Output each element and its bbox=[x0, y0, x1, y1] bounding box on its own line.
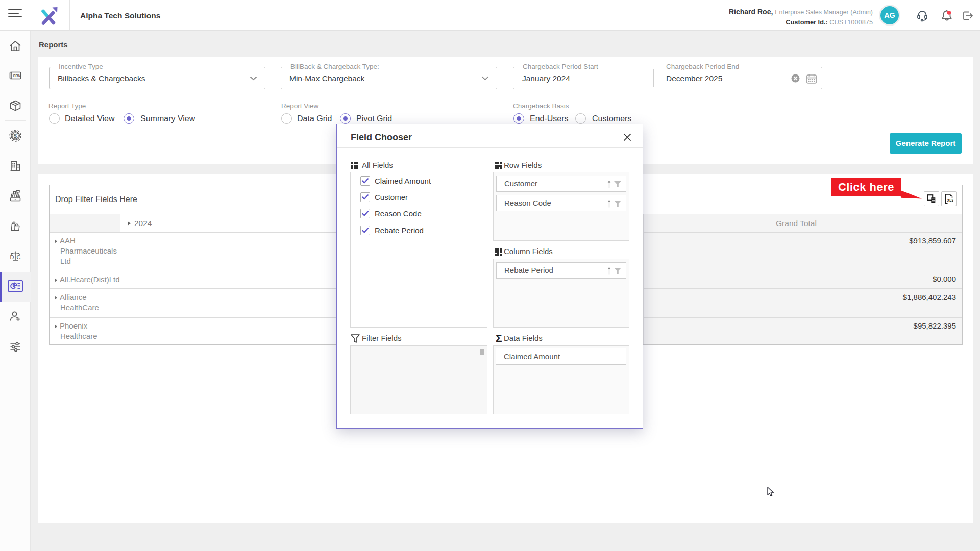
svg-text:XLS: XLS bbox=[947, 198, 954, 202]
svg-text:CRM: CRM bbox=[13, 73, 21, 78]
svg-text:C: C bbox=[17, 254, 21, 260]
svg-text:$: $ bbox=[14, 133, 17, 139]
svg-text:D: D bbox=[10, 254, 14, 260]
